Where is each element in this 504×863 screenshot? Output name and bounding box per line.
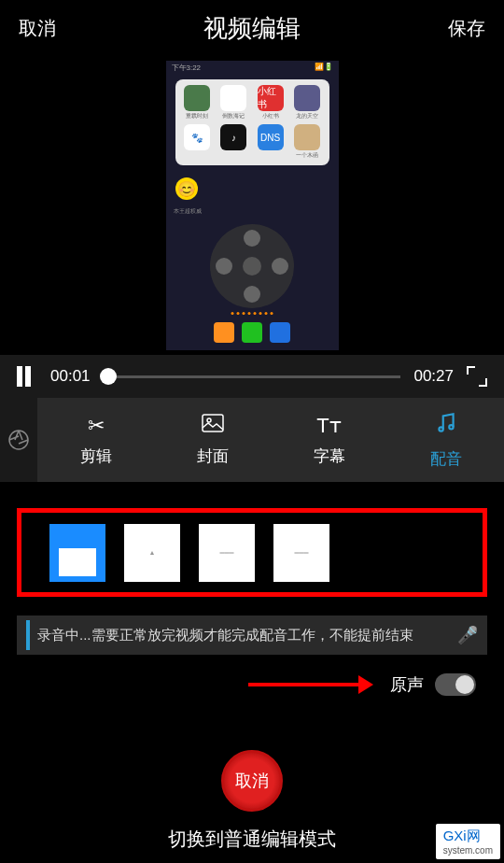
timeline-frame: [49, 524, 105, 582]
fullscreen-button[interactable]: [467, 366, 487, 387]
recording-text: 录音中...需要正常放完视频才能完成配音工作，不能提前结束: [37, 627, 457, 644]
timeline-track[interactable]: ▲ ═══ ═══: [17, 508, 487, 597]
edit-toolbar: ✂剪辑封面Tᴛ字幕配音: [0, 398, 504, 482]
app-panel: 重载时刻🎙倒数海记小红书小红书龙的天空🐾♪DNS一个木函: [175, 79, 329, 165]
emoji-icon: 😊: [175, 177, 198, 200]
svg-point-4: [449, 425, 453, 429]
svg-point-3: [439, 427, 442, 431]
page-title: 视频编辑: [203, 12, 301, 45]
timeline-frame: ═══: [273, 524, 329, 582]
app-icon: 🐾: [181, 124, 214, 160]
svg-point-0: [9, 431, 28, 449]
app-icon: DNS: [254, 124, 287, 160]
aperture-tab[interactable]: [0, 398, 37, 482]
app-icon: 龙的天空: [290, 85, 323, 120]
cancel-record-button[interactable]: 取消: [221, 750, 283, 812]
emoji-label: 本王超权威: [174, 207, 339, 216]
cancel-button[interactable]: 取消: [19, 16, 56, 41]
status-time: 下午3:22: [172, 63, 202, 73]
total-time: 00:27: [413, 367, 454, 386]
pause-button[interactable]: [17, 366, 37, 387]
app-icon: ♪: [217, 124, 250, 160]
app-icon: 重载时刻: [181, 85, 214, 120]
bottom-dock: [214, 322, 290, 343]
toolbar-配音[interactable]: 配音: [387, 398, 504, 482]
timeline-frame: ▲: [124, 524, 180, 582]
switch-mode-button[interactable]: 切换到普通编辑模式: [168, 827, 336, 852]
toolbar-剪辑[interactable]: ✂剪辑: [37, 398, 154, 482]
svg-point-2: [207, 418, 211, 422]
original-sound-toggle[interactable]: [435, 673, 476, 696]
pagination-dots: [231, 312, 273, 315]
original-sound-label: 原声: [390, 673, 424, 696]
arrow-indicator: [248, 683, 360, 686]
current-time: 00:01: [50, 367, 91, 386]
progress-slider[interactable]: [104, 375, 401, 378]
app-icon: 一个木函: [290, 124, 323, 160]
recording-marker: [26, 620, 30, 650]
watermark: GXi网 system.com: [436, 824, 500, 859]
microphone-icon: 🎤: [457, 625, 478, 645]
app-icon: 小红书小红书: [254, 85, 287, 120]
save-button[interactable]: 保存: [448, 16, 485, 41]
toolbar-封面[interactable]: 封面: [154, 398, 271, 482]
timeline-frame: ═══: [199, 524, 255, 582]
recording-status: 录音中...需要正常放完视频才能完成配音工作，不能提前结束 🎤: [17, 615, 487, 655]
radial-menu: [210, 224, 294, 308]
video-preview[interactable]: 下午3:22 📶🔋 重载时刻🎙倒数海记小红书小红书龙的天空🐾♪DNS一个木函 😊…: [0, 56, 504, 355]
status-icons: 📶🔋: [315, 63, 333, 73]
svg-rect-1: [203, 415, 223, 432]
app-icon: 🎙倒数海记: [217, 85, 250, 120]
playback-controls: 00:01 00:27: [0, 355, 504, 398]
phone-screen-preview: 下午3:22 📶🔋 重载时刻🎙倒数海记小红书小红书龙的天空🐾♪DNS一个木函 😊…: [166, 61, 339, 350]
toolbar-字幕[interactable]: Tᴛ字幕: [271, 398, 387, 482]
